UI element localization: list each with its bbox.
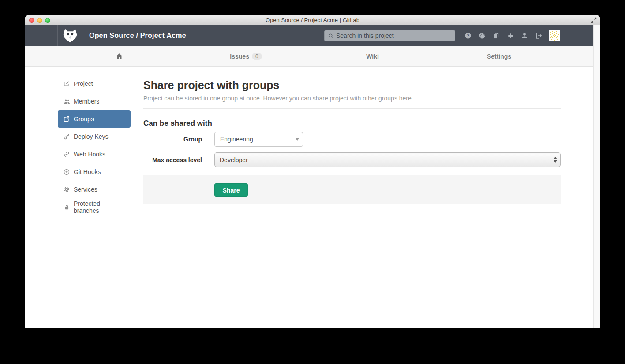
logout-button[interactable] [531, 29, 546, 43]
settings-sidebar: Project Members Groups [58, 75, 131, 216]
page-title: Share project with groups [143, 79, 561, 92]
link-icon [63, 151, 70, 157]
explore-button[interactable] [475, 29, 489, 43]
pencil-square-icon [63, 81, 70, 87]
sidebar-item-protected-branches[interactable]: Protected branches [58, 198, 131, 216]
help-icon: ? [464, 32, 472, 39]
copy-button[interactable] [489, 29, 503, 43]
tanuki-logo-icon [62, 28, 79, 43]
minimize-window-button[interactable] [37, 18, 42, 23]
sidebar-item-label: Git Hooks [74, 168, 101, 175]
tab-settings-label: Settings [487, 53, 511, 60]
lock-icon [63, 204, 70, 210]
group-form-row: Group Engineering [143, 132, 561, 147]
header-icon-bar: ? [461, 29, 546, 43]
share-square-icon [63, 116, 70, 122]
sidebar-item-git-hooks[interactable]: Git Hooks [58, 163, 131, 181]
gears-icon [63, 186, 70, 193]
scrollbar[interactable] [593, 25, 600, 328]
search-input[interactable] [336, 32, 455, 39]
copy-icon [493, 32, 500, 39]
profile-button[interactable] [517, 29, 531, 43]
sidebar-item-members[interactable]: Members [58, 93, 131, 110]
tab-home[interactable] [56, 46, 183, 66]
issues-count-badge: 0 [252, 53, 262, 60]
tab-settings[interactable]: Settings [436, 46, 562, 66]
select-spinner-icon [550, 153, 560, 167]
traffic-lights [29, 18, 50, 23]
key-icon [63, 134, 70, 140]
sidebar-item-web-hooks[interactable]: Web Hooks [58, 145, 131, 163]
sidebar-item-project[interactable]: Project [58, 75, 131, 93]
fullscreen-icon[interactable] [590, 17, 597, 24]
max-access-select-value: Developer [215, 156, 550, 163]
window-title: Open Source / Project Acme | GitLab [25, 17, 600, 23]
project-nav: Issues 0 Wiki Settings [25, 46, 593, 67]
section-heading: Can be shared with [143, 119, 561, 128]
globe-icon [479, 32, 486, 39]
zoom-window-button[interactable] [45, 18, 50, 23]
close-window-button[interactable] [29, 18, 34, 23]
gitlab-logo[interactable] [57, 25, 82, 46]
titlebar: Open Source / Project Acme | GitLab [25, 15, 600, 25]
new-project-button[interactable] [503, 29, 517, 43]
group-select[interactable]: Engineering [214, 132, 303, 147]
plus-icon [507, 33, 514, 39]
home-icon [116, 52, 123, 60]
avatar[interactable] [549, 30, 560, 41]
tab-issues-label: Issues [230, 53, 249, 60]
form-actions: Share [143, 175, 561, 204]
search-box[interactable] [324, 30, 455, 41]
share-project-panel: Share project with groups Project can be… [143, 75, 561, 216]
max-access-select[interactable]: Developer [214, 152, 561, 167]
group-select-value: Engineering [215, 136, 292, 143]
chevron-down-icon [292, 132, 303, 146]
svg-text:?: ? [467, 33, 469, 38]
sign-out-icon [535, 32, 542, 39]
project-title: Open Source / Project Acme [89, 32, 186, 40]
share-button[interactable]: Share [214, 183, 248, 197]
tab-issues[interactable]: Issues 0 [183, 46, 309, 66]
divider [143, 108, 561, 109]
group-label: Group [143, 136, 202, 143]
tab-wiki-label: Wiki [366, 53, 379, 60]
sidebar-item-deploy-keys[interactable]: Deploy Keys [58, 128, 131, 145]
sidebar-item-label: Services [74, 186, 97, 193]
arrow-circle-up-icon [63, 169, 70, 175]
tab-wiki[interactable]: Wiki [309, 46, 436, 66]
app-header: Open Source / Project Acme ? [25, 25, 593, 46]
browser-window: Open Source / Project Acme | GitLab [25, 15, 600, 328]
identicon-avatar [549, 30, 560, 41]
user-icon [521, 32, 528, 39]
help-button[interactable]: ? [461, 29, 475, 43]
sidebar-item-label: Project [74, 80, 93, 87]
page-description: Project can be stored in one group at on… [143, 95, 561, 102]
users-icon [63, 98, 70, 105]
sidebar-item-groups[interactable]: Groups [58, 110, 131, 128]
max-access-label: Max access level [143, 156, 202, 163]
sidebar-item-label: Protected branches [74, 200, 125, 214]
max-access-form-row: Max access level Developer [143, 152, 561, 167]
sidebar-item-services[interactable]: Services [58, 181, 131, 198]
sidebar-item-label: Members [74, 98, 99, 105]
search-icon [328, 33, 334, 39]
sidebar-item-label: Groups [74, 115, 94, 123]
sidebar-item-label: Deploy Keys [74, 133, 109, 140]
sidebar-item-label: Web Hooks [74, 151, 105, 158]
